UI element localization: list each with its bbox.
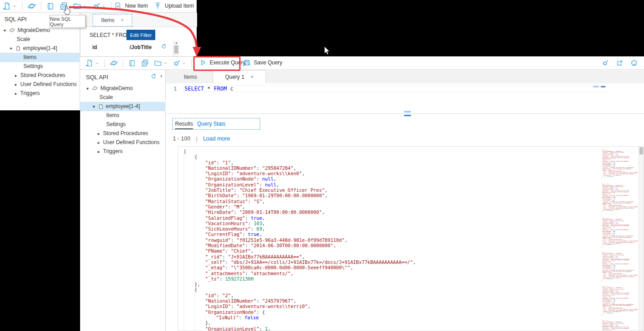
notebook-icon[interactable] [128, 59, 136, 67]
open-in-new-window-icon[interactable] [616, 59, 623, 67]
api-title: SQL API [86, 74, 108, 81]
code-line: "IsNull": false [184, 315, 416, 320]
tree-item-stored-procedures[interactable]: ▸ Stored Procedures [15, 71, 65, 80]
save-query-label: Save Query [254, 59, 282, 66]
chevron-right-icon[interactable]: ▸ [15, 82, 20, 87]
refresh-icon[interactable] [161, 43, 167, 50]
new-sql-query-icon[interactable] [141, 59, 149, 67]
tab-close-icon[interactable]: × [121, 17, 124, 23]
scroll-up-icon[interactable]: ▲ [173, 41, 180, 45]
items-grid-header-partition[interactable]: /JobTitle [130, 44, 152, 50]
settings-gear-icon[interactable] [173, 59, 180, 67]
settings-gear-icon[interactable] [602, 59, 609, 67]
code-line: "id": "2", [184, 293, 416, 298]
minimap-block: {"id": "1","NationalIDNumber": "29584728… [600, 320, 638, 331]
settings-dropdown-icon[interactable] [181, 61, 186, 66]
azure-cosmos-icon[interactable] [110, 59, 118, 67]
save-icon [243, 59, 251, 66]
current-line-highlight [184, 85, 606, 92]
collapse-panel-icon[interactable]: ‹ [160, 72, 162, 79]
items-grid-scrollbar[interactable]: ▲ [173, 41, 180, 56]
tree-item-triggers[interactable]: ▸ Triggers [15, 89, 40, 98]
chevron-right-icon[interactable]: ▸ [98, 149, 103, 154]
refresh-icon[interactable] [150, 73, 157, 80]
code-line: "OrganizationNode": null, [184, 176, 416, 181]
code-line: "SickLeaveHours": 69, [184, 226, 416, 231]
chevron-right-icon[interactable]: ▸ [98, 131, 103, 136]
scrollbar-thumb[interactable] [639, 147, 643, 154]
tree-item-database[interactable]: ▾ MigrateDemo [4, 26, 50, 35]
tree-item-user-defined-functions[interactable]: ▸ User Defined Functions [98, 138, 159, 147]
results-minimap[interactable]: {"id": "1","NationalIDNumber": "29584728… [600, 149, 638, 331]
tab-items-background[interactable]: Items × [93, 14, 132, 27]
minimap-block: {"id": "1","NationalIDNumber": "29584728… [600, 149, 638, 180]
new-folder-dropdown-icon[interactable] [163, 61, 168, 66]
tab-query-stats[interactable]: Query Stats [197, 121, 225, 127]
tree-item-triggers[interactable]: ▸ Triggers [98, 147, 123, 156]
tree-item-items[interactable]: Items [106, 111, 119, 120]
tree-item-scale[interactable]: Scale [99, 93, 113, 102]
tree-item-scale[interactable]: Scale [17, 35, 30, 44]
minimap-block: {"id": "1","NationalIDNumber": "29584728… [600, 251, 638, 283]
new-document-icon[interactable] [86, 59, 94, 67]
tab-items[interactable]: Items [168, 70, 213, 83]
code-line: "OrganizationNode": { [184, 309, 416, 315]
chevron-right-icon[interactable]: ▸ [15, 73, 20, 78]
new-document-dropdown-icon[interactable] [12, 4, 17, 9]
new-document-dropdown-icon[interactable] [95, 61, 99, 66]
chevron-down-icon[interactable]: ▾ [93, 104, 98, 109]
new-folder-icon[interactable] [154, 59, 162, 67]
tree-item-settings[interactable]: Settings [23, 62, 43, 71]
code-line: "NationalIDNumber": "295847284", [184, 165, 416, 171]
notebook-icon[interactable] [46, 2, 54, 10]
results-scrollbar[interactable] [639, 147, 644, 331]
new-folder-dropdown-icon[interactable] [82, 4, 87, 9]
code-line: "_self": "dbs/J+91AA==/colls/J+91AIBx77k… [184, 259, 416, 265]
settings-dropdown-icon[interactable] [101, 4, 106, 9]
tab-close-icon[interactable]: × [251, 74, 254, 80]
chevron-down-icon[interactable]: ▾ [4, 28, 9, 33]
new-item-button[interactable]: New Item [114, 2, 148, 10]
code-line: "HireDate": "2009-01-14T00:00:00.0000000… [184, 209, 416, 215]
resource-tree-panel: SQL API ‹ ▾ MigrateDemo Scale ▾ employee… [80, 70, 166, 331]
code-line: "OrganizationLevel": 1, [184, 326, 416, 331]
tree-item-items[interactable]: Items [23, 53, 36, 62]
azure-cosmos-icon[interactable] [27, 2, 36, 10]
database-globe-icon [92, 85, 98, 91]
code-line: "FName": "Chief", [184, 248, 416, 254]
save-query-button[interactable]: Save Query [243, 59, 282, 66]
scrollbar-thumb[interactable] [174, 45, 178, 54]
settings-gear-icon[interactable] [92, 2, 100, 10]
tree-item-settings[interactable]: Settings [106, 120, 126, 129]
chevron-right-icon[interactable]: ▸ [98, 140, 103, 145]
code-line: { [600, 247, 638, 249]
tree-item-collection[interactable]: ▾ employee[1-4] [93, 102, 140, 111]
tab-query-1[interactable]: Query 1 × [213, 70, 266, 83]
code-line: "NationalIDNumber": "245797967", [184, 298, 416, 304]
chevron-down-icon[interactable]: ▾ [86, 86, 92, 91]
query-editor[interactable]: 1 SELECT * FROM c [166, 83, 644, 113]
chevron-right-icon[interactable]: ▸ [15, 91, 20, 96]
load-more-link[interactable]: Load more [203, 136, 230, 142]
tree-item-database[interactable]: ▾ MigrateDemo [86, 84, 133, 93]
tab-results[interactable]: Results [175, 121, 193, 129]
edit-filter-button[interactable]: Edit Filter [126, 30, 155, 40]
json-code-lines: [{"id": "1","NationalIDNumber": "2958472… [184, 149, 416, 331]
tree-item-user-defined-functions[interactable]: ▸ User Defined Functions [15, 80, 77, 89]
results-json-viewer[interactable]: [{"id": "1","NationalIDNumber": "2958472… [178, 146, 644, 331]
code-line: "_attachments": "attachments/", [184, 271, 416, 276]
mouse-cursor [324, 46, 329, 54]
editor-minimap[interactable] [593, 86, 611, 89]
items-grid-header-id[interactable]: id [92, 44, 97, 50]
new-folder-icon[interactable] [73, 2, 81, 10]
new-document-icon[interactable] [3, 2, 11, 10]
editor-results-splitter[interactable] [166, 113, 644, 114]
feedback-smiley-icon[interactable] [630, 59, 638, 67]
chevron-down-icon[interactable]: ▾ [10, 46, 15, 51]
upload-item-button[interactable]: Upload Item [154, 2, 194, 9]
execute-query-button[interactable]: Execute Query [199, 59, 245, 66]
tree-item-stored-procedures[interactable]: ▸ Stored Procedures [98, 129, 148, 138]
new-sql-query-icon[interactable] [59, 2, 68, 10]
editor-code-line[interactable]: SELECT * FROM c [185, 86, 233, 92]
tree-item-collection[interactable]: ▾ employee[1-4] [10, 44, 57, 53]
